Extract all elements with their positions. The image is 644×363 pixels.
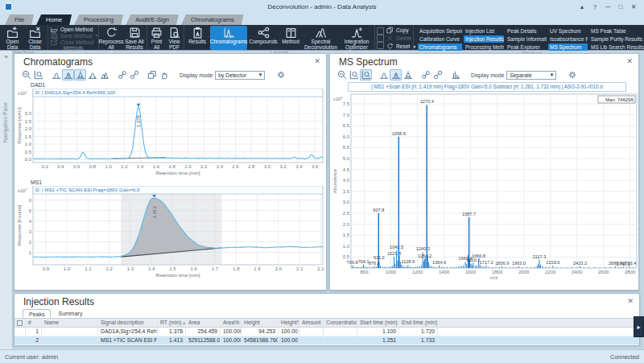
peak-mode-1-icon[interactable] xyxy=(50,69,62,80)
window-toggle-acquisition-setpoints[interactable]: Acquisition Setpoints xyxy=(418,27,462,35)
svg-text:2: 2 xyxy=(29,240,32,245)
layout-method-button[interactable]: Method xyxy=(279,26,302,50)
manual-integration-icon[interactable] xyxy=(158,69,170,80)
svg-text:4.5: 4.5 xyxy=(343,167,350,172)
ms1-chromatogram-chart[interactable]: 1.413D: | MS1 +TIC SCAN ESI Frag=180V Ga… xyxy=(16,186,326,283)
svg-text:1.8: 1.8 xyxy=(168,164,175,169)
settings-icon[interactable] xyxy=(566,69,578,80)
svg-text:1.0: 1.0 xyxy=(25,142,32,146)
link-peaks-icon[interactable] xyxy=(419,69,431,80)
column-header[interactable]: Start time (min) xyxy=(357,319,399,327)
zoom-chart-icon[interactable] xyxy=(348,69,360,80)
column-header[interactable]: # xyxy=(26,319,42,327)
close-data-button[interactable]: Close Data xyxy=(24,26,46,50)
copy-button[interactable]: Copy xyxy=(386,27,415,33)
zoom-out-icon[interactable] xyxy=(336,69,348,80)
column-header[interactable]: Signal description xyxy=(98,319,158,327)
tab-file[interactable]: File xyxy=(5,14,34,25)
display-mode-select[interactable]: Separate▾ xyxy=(506,71,556,80)
tab-processing[interactable]: Processing xyxy=(74,14,123,25)
zoom-chart-icon[interactable] xyxy=(32,69,44,80)
layout-compounds-button[interactable]: Compounds xyxy=(248,26,279,50)
window-toggle-injection-results[interactable]: Injection Results xyxy=(464,35,504,43)
close-icon[interactable]: ✕ xyxy=(630,3,638,10)
window-toggle-peak-explorer[interactable]: Peak Explorer xyxy=(506,43,547,51)
tab-home[interactable]: Home xyxy=(36,14,72,25)
mini-tool-icon[interactable] xyxy=(377,42,384,49)
svg-text:Retention time [min]: Retention time [min] xyxy=(155,272,200,278)
window-toggle-calibration-curve[interactable]: Calibration Curve xyxy=(418,35,462,43)
collapsed-panel-tab[interactable]: ▸ xyxy=(634,316,644,337)
display-mode-select[interactable]: by Detector▾ xyxy=(215,71,265,80)
collapse-ribbon-icon[interactable]: ▴ xyxy=(578,3,586,10)
column-header[interactable]: Concentration xyxy=(324,319,357,327)
peak-mode-4-icon[interactable] xyxy=(86,69,98,80)
zoom-out-icon[interactable] xyxy=(20,69,32,80)
column-header[interactable]: Height% xyxy=(279,319,299,327)
settings-icon[interactable] xyxy=(275,69,287,80)
tab-peaks[interactable]: Peaks xyxy=(23,309,51,318)
layout-results-button[interactable]: Results xyxy=(185,26,209,50)
delete-button[interactable]: Delete xyxy=(386,35,415,41)
overlay-icon[interactable] xyxy=(146,69,158,80)
navigation-pane[interactable]: » Navigation Pane xyxy=(0,51,13,349)
close-icon[interactable]: ✕ xyxy=(314,57,320,65)
peak-mode-5-icon[interactable] xyxy=(98,69,110,80)
window-toggle-sample-information[interactable]: Sample Information xyxy=(506,35,547,43)
minimize-icon[interactable]: ─ xyxy=(604,3,612,10)
ms-spectrum-chart[interactable]: 709.8794.1876.1907.8911.21023.81042.5105… xyxy=(332,93,640,289)
column-header[interactable]: RT (min) ▵ xyxy=(158,319,186,327)
table-cell: 100.00 xyxy=(279,328,299,336)
maximize-icon[interactable]: □ xyxy=(617,3,625,10)
peak-mode-2-icon[interactable] xyxy=(390,69,402,80)
svg-text:1000: 1000 xyxy=(386,270,397,274)
tab-summary[interactable]: Summary xyxy=(52,309,88,318)
column-header[interactable]: End time (min) xyxy=(399,319,438,327)
unlink-peaks-icon[interactable] xyxy=(431,69,444,80)
window-toggle-sample-purity-results[interactable]: Sample Purity Results xyxy=(589,35,644,43)
column-header[interactable]: Area xyxy=(186,319,221,327)
mini-tool-icon[interactable] xyxy=(377,35,384,42)
window-toggle-ms-lib-search-results[interactable]: MS Lib Search Results xyxy=(589,43,644,51)
zoom-chart-icon[interactable] xyxy=(360,69,372,80)
column-header[interactable]: Amount xyxy=(299,319,324,327)
tab-chromatograms[interactable]: Chromatograms xyxy=(181,14,244,25)
dad1-chromatogram-chart[interactable]: 1.378D: | DAD1A,Sig=254.4 Ref=360,1000.2… xyxy=(16,89,326,179)
window-toggle-injection-list[interactable]: Injection List xyxy=(464,27,504,35)
table-row[interactable]: 2MS1 +TIC SCAN ESI Frag=180V Gain...1.41… xyxy=(14,336,639,345)
close-icon[interactable]: ✕ xyxy=(626,57,633,65)
window-toggle-ms-peak-table[interactable]: MS Peak Table xyxy=(589,27,644,35)
peak-mode-3-icon[interactable] xyxy=(402,69,414,80)
expand-navigation-icon[interactable]: » xyxy=(0,51,12,60)
reset-button[interactable]: Reset▾ xyxy=(386,43,415,50)
window-toggle-isoabsorbance-plot[interactable]: Isoabsorbance Plot xyxy=(548,35,588,43)
window-toggle-ms-spectrum[interactable]: MS Spectrum xyxy=(548,43,588,51)
layout-integration-optimizer-button[interactable]: Integration Optimizer xyxy=(340,26,374,50)
table-row[interactable]: 1DAD1A,Sig=254,4 Ref=360,1001.378254.459… xyxy=(14,328,639,336)
window-toggle-processing-method[interactable]: Processing Method xyxy=(464,43,504,51)
link-peaks-icon[interactable] xyxy=(116,69,128,80)
close-icon[interactable]: ✕ xyxy=(627,297,634,305)
layout-spectral-deconvolution-button[interactable]: Spectral Deconvolution xyxy=(303,26,339,50)
peak-mode-3-icon[interactable] xyxy=(74,69,86,80)
help-icon[interactable]: ? xyxy=(591,3,599,10)
open-data-button[interactable]: Open Data xyxy=(2,26,23,50)
window-toggle-chromatograms[interactable]: Chromatograms xyxy=(418,43,462,51)
column-header[interactable]: Name xyxy=(42,319,98,327)
unlink-peaks-icon[interactable] xyxy=(128,69,140,80)
layout-chromatograms-button[interactable]: Chromatograms xyxy=(210,26,247,50)
table-cell: 2 xyxy=(26,336,42,344)
column-header[interactable]: Area% xyxy=(221,319,242,327)
column-header[interactable]: Height xyxy=(242,319,279,327)
svg-text:Response [mAU]: Response [mAU] xyxy=(17,107,22,144)
window-toggle-uv-spectrum[interactable]: UV Spectrum xyxy=(548,27,588,35)
tab-audit-e-sign[interactable]: Audit/E-Sign xyxy=(126,14,179,25)
peaks-table: #NameSignal descriptionRT (min) ▵AreaAre… xyxy=(14,318,639,345)
close-method-button[interactable]: Close Method xyxy=(51,39,97,45)
window-toggle-peak-details[interactable]: Peak Details xyxy=(506,27,547,35)
peak-mode-1-icon[interactable] xyxy=(378,69,390,80)
row-selector-header[interactable] xyxy=(14,319,26,327)
peak-mode-2-icon[interactable] xyxy=(62,69,74,80)
mini-peak-icon[interactable] xyxy=(449,69,461,80)
mini-tool-icon[interactable] xyxy=(377,27,384,35)
